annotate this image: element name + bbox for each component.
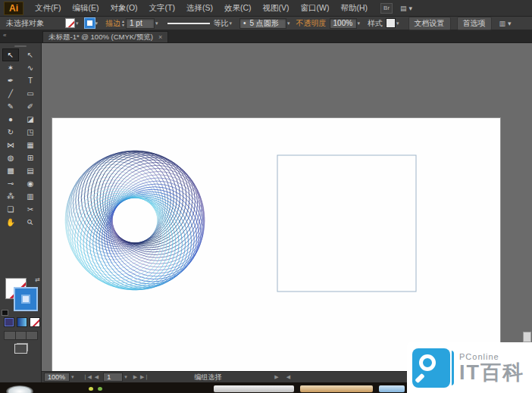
zoom-dropdown-icon[interactable]: ▾ — [70, 374, 76, 380]
opacity-link[interactable]: 不透明度 — [296, 18, 327, 29]
artboard-dropdown-icon[interactable]: ▾ — [123, 374, 129, 380]
brush-dropdown-icon[interactable]: ▾ — [287, 20, 290, 27]
swap-fill-stroke-icon[interactable]: ⇄ — [35, 276, 40, 283]
stroke-weight-dropdown-icon[interactable]: ▾ — [155, 20, 158, 27]
stroke-weight-input[interactable]: 1 pt — [126, 18, 155, 29]
menu-help[interactable]: 帮助(H) — [339, 2, 371, 15]
artboard-number-field[interactable]: 1 — [103, 373, 123, 382]
profile-dropdown-icon[interactable]: ▾ — [230, 20, 233, 27]
opacity-input[interactable]: 100% — [330, 18, 357, 29]
blend-tool[interactable]: ◉ — [22, 177, 39, 190]
direct-selection-tool[interactable]: ↖ — [22, 48, 39, 61]
menu-file[interactable]: 文件(F) — [33, 2, 63, 15]
column-graph-tool[interactable]: ▥ — [22, 190, 39, 203]
magic-wand-tool[interactable]: ✶ — [2, 61, 19, 74]
bridge-icon[interactable]: Br — [380, 3, 393, 14]
draw-behind-button[interactable] — [16, 331, 27, 340]
stroke-swatch[interactable] — [85, 18, 95, 28]
prev-artboard-icon[interactable]: ◀ — [93, 374, 100, 380]
rotate-tool[interactable]: ↻ — [2, 126, 19, 139]
type-tool[interactable]: T — [22, 74, 39, 87]
blob-brush-tool[interactable]: ● — [2, 113, 19, 126]
symbol-sprayer-tool[interactable]: ⁂ — [2, 190, 19, 203]
document-tab[interactable]: 未标题-1* @ 100% (CMYK/预览) × — [42, 31, 168, 42]
slice-tool[interactable]: ✂ — [22, 203, 39, 216]
free-transform-tool-icon: ▦ — [27, 141, 33, 149]
menu-object[interactable]: 对象(O) — [108, 2, 139, 15]
rectangle-tool-icon: ▭ — [27, 89, 33, 98]
shape-builder-tool[interactable]: ◍ — [2, 151, 19, 164]
mesh-tool[interactable]: ▩ — [2, 164, 19, 177]
shape-builder-tool-icon: ◍ — [8, 154, 14, 162]
square-object[interactable] — [277, 155, 416, 292]
pencil-tool-icon: ✐ — [27, 102, 33, 111]
taskbar-button-1[interactable] — [214, 385, 294, 392]
spiro-blend-object[interactable] — [65, 151, 205, 290]
selection-tool[interactable]: ↖ — [2, 48, 19, 61]
control-bar-menu[interactable]: ▥ ▾ — [499, 20, 512, 27]
lasso-tool[interactable]: ∿ — [22, 61, 39, 74]
opacity-dropdown-icon[interactable]: ▾ — [358, 20, 361, 27]
style-swatch[interactable] — [386, 18, 396, 28]
eyedropper-tool[interactable]: ⊸ — [2, 177, 19, 190]
lasso-tool-icon: ∿ — [27, 64, 33, 72]
none-button[interactable] — [30, 317, 40, 327]
document-setup-button[interactable]: 文档设置 — [408, 17, 451, 30]
gradient-tool[interactable]: ▤ — [22, 164, 39, 177]
last-artboard-icon[interactable]: ▶❘ — [139, 374, 150, 380]
stroke-weight-stepper[interactable]: ▲ ▼ — [121, 20, 125, 27]
menu-select[interactable]: 选择(S) — [184, 2, 215, 15]
screen-mode-button[interactable] — [14, 344, 27, 354]
control-bar: 未选择对象 ▾ ▾ 描边 ▲ ▼ 1 pt ▾ 等比 ▾ • 5 点圆形 ▾ 不… — [0, 17, 532, 30]
rectangle-tool[interactable]: ▭ — [22, 87, 39, 100]
status-pop-left-icon[interactable]: ◀ — [285, 374, 292, 380]
canvas-pasteboard[interactable] — [42, 43, 532, 393]
rotate-tool-icon: ↻ — [8, 128, 14, 136]
taskbar-button-3[interactable] — [379, 385, 405, 392]
menu-view[interactable]: 视图(V) — [261, 2, 292, 15]
start-orb[interactable] — [6, 385, 33, 393]
draw-normal-button[interactable] — [4, 331, 16, 340]
fill-dropdown-icon[interactable]: ▾ — [76, 20, 79, 27]
stroke-panel-link[interactable]: 描边 — [105, 18, 120, 29]
style-dropdown-icon[interactable]: ▾ — [396, 20, 399, 27]
first-artboard-icon[interactable]: ❘◀ — [82, 374, 93, 380]
panel-drag-grip[interactable] — [14, 45, 27, 47]
zoom-level-field[interactable]: 100% — [44, 373, 70, 382]
pencil-tool[interactable]: ✐ — [22, 100, 39, 113]
perspective-grid-tool[interactable]: ⊞ — [22, 151, 39, 164]
stroke-dropdown-icon[interactable]: ▾ — [95, 20, 99, 27]
draw-inside-button[interactable] — [27, 331, 38, 340]
artboard-tool[interactable]: ❏ — [2, 203, 19, 216]
line-segment-tool[interactable]: ╱ — [2, 87, 19, 100]
default-fill-stroke-icon[interactable] — [2, 310, 8, 316]
stepper-down-icon[interactable]: ▼ — [121, 23, 125, 27]
scale-tool[interactable]: ◳ — [22, 126, 39, 139]
free-transform-tool[interactable]: ▦ — [22, 139, 39, 151]
status-pop-right-icon[interactable]: ▶ — [273, 374, 280, 380]
fill-swatch[interactable] — [65, 18, 75, 28]
preferences-button[interactable]: 首选项 — [457, 17, 492, 30]
menu-effect[interactable]: 效果(C) — [222, 2, 254, 15]
pen-tool[interactable]: ✒ — [2, 74, 19, 87]
color-button[interactable] — [4, 317, 14, 327]
menu-window[interactable]: 窗口(W) — [299, 2, 332, 15]
workspace-switcher[interactable]: ▤ ▾ — [400, 5, 412, 12]
scrollbar-thumb[interactable] — [523, 332, 531, 342]
eraser-tool[interactable]: ◪ — [22, 113, 39, 126]
stroke-indicator[interactable] — [15, 289, 36, 310]
close-icon[interactable]: × — [158, 33, 162, 41]
panel-collapse-icon[interactable]: « — [3, 32, 6, 39]
hand-tool[interactable]: ✋ — [2, 216, 19, 229]
gradient-button[interactable] — [17, 317, 27, 327]
zoom-tool[interactable]: ⚲ — [22, 216, 39, 229]
next-artboard-icon[interactable]: ▶ — [132, 374, 139, 380]
taskbar-button-2[interactable] — [300, 385, 373, 392]
menu-edit[interactable]: 编辑(E) — [70, 2, 101, 15]
menu-type[interactable]: 文字(T) — [147, 2, 177, 15]
width-profile-preview — [167, 23, 210, 24]
brush-definition-select[interactable]: • 5 点圆形 — [239, 18, 286, 29]
app-logo-icon[interactable]: Ai — [4, 2, 23, 15]
paintbrush-tool[interactable]: ✎ — [2, 100, 19, 113]
width-tool[interactable]: ⋈ — [2, 139, 19, 151]
